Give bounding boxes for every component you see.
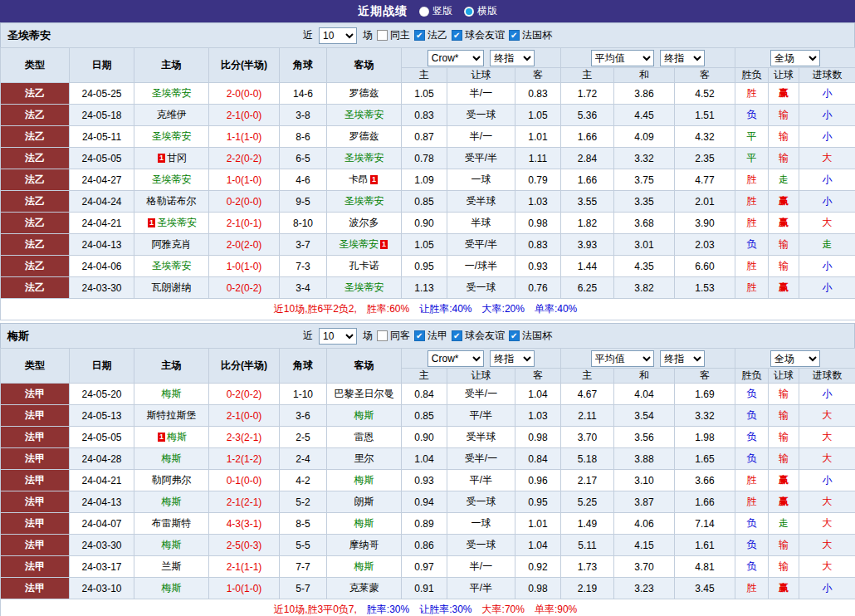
- col-type: 类型: [1, 48, 70, 83]
- away-team-cell: 孔卡诺: [327, 256, 402, 277]
- away-team-cell: 里尔: [327, 448, 402, 470]
- subcol-label: 和: [614, 369, 675, 384]
- matches-table: 类型 日期 主场 比分(半场) 角球 客场 Crow* 终指 平均值 终指 全场: [0, 47, 855, 320]
- europe-odds: 3.88: [614, 448, 675, 470]
- europe-odds: 1.66: [561, 126, 614, 148]
- score-cell: 2-1(1-1): [209, 556, 280, 578]
- home-team-cell: 1圣埃蒂安: [134, 213, 209, 234]
- corner-cell: 8-10: [280, 213, 327, 234]
- odds-stage-select[interactable]: 终指: [660, 50, 705, 66]
- average-select[interactable]: 平均值: [591, 50, 654, 66]
- filter-checkbox-league[interactable]: 法甲: [414, 329, 447, 343]
- odds-stage-select[interactable]: 终指: [490, 350, 535, 367]
- score-cell: 2-0(0-0): [209, 83, 280, 105]
- handicap-odds: 0.83: [515, 234, 561, 256]
- away-team-cell: 雷恩: [327, 427, 402, 448]
- home-team-cell: 梅斯: [134, 384, 209, 405]
- summary-stat: 大率:20%: [482, 303, 525, 315]
- europe-odds: 2.11: [561, 405, 614, 427]
- filter-checkbox-cup[interactable]: 法国杯: [509, 329, 552, 343]
- summary-stat: 让胜率:30%: [419, 604, 471, 615]
- match-row: 法甲24-04-13梅斯2-1(2-1)5-2朗斯0.94受一球0.955.25…: [1, 491, 855, 513]
- odds-stage-select[interactable]: 终指: [660, 350, 705, 367]
- europe-odds: 1.98: [675, 427, 735, 448]
- team-name: 斯特拉斯堡: [147, 409, 197, 421]
- odds-stage-select[interactable]: 终指: [490, 50, 535, 66]
- team-name: 圣埃蒂安: [152, 260, 192, 271]
- summary-lead: 近10场,胜6平2负2,: [274, 303, 357, 315]
- team-name: 阿雅克肖: [152, 238, 192, 250]
- result-flag: 输: [769, 384, 799, 405]
- europe-odds: 2.35: [675, 148, 735, 169]
- match-row: 法乙24-04-211圣埃蒂安2-1(0-1)8-10波尔多0.90半球0.98…: [1, 213, 855, 234]
- team-section-saint-etienne: 圣埃蒂安 近 10 场 同主 法乙 球会友谊 法国杯: [0, 22, 855, 320]
- team-name: 圣埃蒂安: [344, 109, 384, 120]
- result-flag: 输: [769, 448, 799, 470]
- handicap-odds: 1.03: [515, 405, 561, 427]
- filter-checkbox-league[interactable]: 法乙: [414, 28, 447, 42]
- handicap-odds: 0.94: [402, 491, 447, 513]
- bookmaker-select[interactable]: Crow*: [428, 350, 484, 367]
- europe-odds: 3.01: [614, 234, 675, 256]
- europe-odds: 3.54: [614, 405, 675, 427]
- layout-radio-vertical[interactable]: 竖版: [419, 4, 452, 18]
- handicap-line: 半/一: [447, 83, 515, 105]
- filter-checkbox-friendly[interactable]: 球会友谊: [452, 28, 505, 42]
- checkbox-label: 法乙: [428, 28, 447, 42]
- result-flag: 胜: [735, 470, 769, 491]
- home-team-cell: 瓦朗谢纳: [134, 277, 209, 299]
- score-cell: 2-2(0-2): [209, 148, 280, 169]
- europe-odds: 3.75: [614, 169, 675, 191]
- europe-odds: 3.82: [614, 277, 675, 299]
- europe-odds: 3.23: [614, 578, 675, 599]
- europe-odds: 5.36: [561, 105, 614, 126]
- summary-stat: 让胜率:40%: [419, 303, 471, 315]
- red-card-icon: 1: [158, 433, 165, 442]
- subcol-label: 客: [675, 369, 735, 384]
- europe-odds: 2.01: [675, 191, 735, 213]
- layout-radio-horizontal[interactable]: 横版: [464, 4, 497, 18]
- handicap-odds: 1.13: [402, 277, 447, 299]
- summary-stat: 单率:90%: [535, 604, 577, 615]
- league-badge: 法乙: [1, 83, 70, 105]
- filter-checkbox-same-home[interactable]: 同主: [377, 28, 410, 42]
- team-section-metz: 梅斯 近 10 场 同客 法甲 球会友谊 法国杯: [0, 323, 855, 616]
- handicap-line: 受平/半: [447, 234, 515, 256]
- corner-cell: 2-4: [280, 448, 327, 470]
- home-team-cell: 1梅斯: [134, 427, 209, 448]
- result-flag: 小: [799, 277, 855, 299]
- league-badge: 法甲: [1, 405, 70, 427]
- radio-icon: [464, 7, 474, 17]
- recent-count-select[interactable]: 10: [319, 27, 357, 44]
- league-badge: 法甲: [1, 470, 70, 491]
- recent-count-select[interactable]: 10: [319, 328, 357, 345]
- bookmaker-select[interactable]: Crow*: [428, 50, 484, 66]
- handicap-odds: 1.05: [515, 105, 561, 126]
- scope-select[interactable]: 全场: [770, 350, 820, 367]
- europe-odds: 6.25: [561, 277, 614, 299]
- filter-checkbox-friendly[interactable]: 球会友谊: [452, 329, 505, 343]
- average-select[interactable]: 平均值: [591, 350, 654, 367]
- team-name: 摩纳哥: [349, 539, 379, 550]
- handicap-line: 受半/一: [447, 448, 515, 470]
- team-name: 梅斯: [354, 474, 374, 486]
- europe-odds: 1.51: [675, 105, 735, 126]
- result-flag: 大: [799, 535, 855, 556]
- match-date: 24-03-30: [70, 535, 134, 556]
- scope-select[interactable]: 全场: [770, 50, 820, 66]
- handicap-odds: 0.98: [515, 427, 561, 448]
- filter-checkbox-same-away[interactable]: 同客: [377, 329, 410, 343]
- europe-odds: 5.25: [561, 491, 614, 513]
- match-date: 24-05-18: [70, 105, 134, 126]
- filter-checkbox-cup[interactable]: 法国杯: [509, 28, 552, 42]
- filter-bar: 近 10 场 同客 法甲 球会友谊 法国杯: [303, 328, 552, 345]
- handicap-line: 受一球: [447, 535, 515, 556]
- europe-odds: 3.32: [675, 405, 735, 427]
- subcol-label: 和: [614, 68, 675, 83]
- away-team-cell: 梅斯: [327, 556, 402, 578]
- handicap-odds: 0.84: [402, 384, 447, 405]
- checkbox-label: 法甲: [428, 329, 447, 343]
- match-row: 法乙24-04-13阿雅克肖2-0(2-0)3-7圣埃蒂安11.05受平/半0.…: [1, 234, 855, 256]
- result-flag: 负: [735, 234, 769, 256]
- result-flag: 输: [769, 427, 799, 448]
